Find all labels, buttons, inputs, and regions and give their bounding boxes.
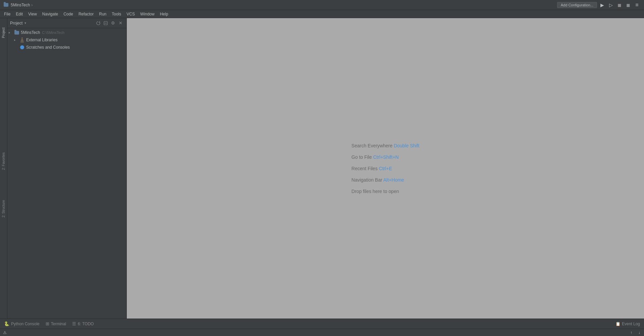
scratches-icon [19, 45, 25, 50]
stop-button[interactable]: ◼ [616, 1, 623, 9]
terminal-icon: ⊞ [46, 321, 49, 326]
event-log-button[interactable]: 📋 Event Log [613, 321, 643, 327]
vcs-up-icon[interactable]: ↑ [629, 330, 634, 335]
close-panel-icon[interactable]: ✕ [117, 20, 124, 27]
panel-header-icons: ⚙ ✕ [95, 20, 124, 27]
welcome-text-search: Search Everywhere [352, 143, 394, 148]
sidebar-tab-structure-label: 2: Structure [2, 200, 5, 218]
welcome-navigation-bar: Navigation Bar Alt+Home [352, 177, 404, 183]
tree-arrow-libraries: ▸ [14, 38, 19, 42]
status-bar-right: ↑ ↓ [629, 330, 642, 335]
shortcut-ctrl-shift-n: Ctrl+Shift+N [373, 154, 398, 160]
welcome-text-recent: Recent Files [352, 166, 379, 171]
shortcut-double-shift: Double Shift [394, 143, 419, 148]
menu-items: FileEditViewNavigateCodeRefactorRunTools… [1, 10, 171, 18]
warning-icon[interactable]: ⚠ [2, 330, 7, 335]
tree-arrow-scratches: ▸ [14, 46, 19, 49]
panel-dropdown-arrow[interactable]: ▾ [24, 21, 26, 25]
sidebar-tab-project-label: Project [2, 28, 5, 38]
left-sidebar-tabs: Project 2: Favorites 2: Structure [0, 18, 7, 319]
tree-item-5minstech[interactable]: ▸ 5MinsTech C:\5MinsTech [7, 29, 126, 36]
python-console-icon: 🐍 [4, 321, 9, 326]
app-icon [3, 2, 9, 8]
bottom-tab-todo[interactable]: ☰ 6: TODO [69, 319, 97, 329]
project-folder-icon [14, 30, 19, 35]
welcome-text-goto: Go to File [352, 154, 373, 160]
menu-bar: FileEditViewNavigateCodeRefactorRunTools… [0, 10, 644, 18]
terminal-label: Terminal [51, 322, 66, 326]
project-panel-header: Project ▾ ⚙ ✕ [7, 18, 126, 28]
sidebar-tab-favorites[interactable]: 2: Favorites [0, 148, 7, 175]
menu-item-vcs[interactable]: VCS [124, 10, 138, 18]
bottom-bar-right: 📋 Event Log [613, 321, 643, 327]
breadcrumb-arrow: › [31, 3, 33, 7]
welcome-text-drop: Drop files here to open [352, 189, 399, 194]
tree-item-external-libraries[interactable]: ▸ External Libraries [7, 36, 126, 44]
shortcut-ctrl-e: Ctrl+E [379, 166, 392, 171]
python-console-label: Python Console [11, 322, 40, 326]
title-bar-controls: Add Configuration... ▶ ▷ ◼ ◼ ≡ [557, 1, 641, 9]
menu-item-refactor[interactable]: Refactor [76, 10, 96, 18]
menu-item-view[interactable]: View [25, 10, 40, 18]
vcs-down-icon[interactable]: ↓ [637, 330, 642, 335]
add-configuration-button[interactable]: Add Configuration... [557, 2, 597, 8]
sync-icon[interactable] [95, 20, 102, 27]
run-with-coverage-button[interactable]: ▷ [607, 1, 614, 9]
welcome-content: Search Everywhere Double Shift Go to Fil… [352, 143, 419, 194]
main-area: Project 2: Favorites 2: Structure Projec… [0, 18, 644, 319]
todo-icon: ☰ [72, 321, 76, 326]
editor-area: Search Everywhere Double Shift Go to Fil… [127, 18, 644, 319]
event-log-label: Event Log [622, 322, 640, 326]
todo-label: 6: TODO [78, 322, 94, 326]
bottom-tab-terminal[interactable]: ⊞ Terminal [43, 319, 69, 329]
welcome-text-navbar: Navigation Bar [352, 177, 383, 183]
sidebar-tab-project[interactable]: Project [0, 19, 7, 46]
menu-item-help[interactable]: Help [157, 10, 171, 18]
libraries-icon [19, 37, 25, 43]
collapse-all-icon[interactable] [102, 20, 109, 27]
event-log-icon: 📋 [615, 322, 621, 326]
tree-sublabel-5minstech: C:\5MinsTech [42, 31, 64, 35]
sidebar-tab-favorites-label: 2: Favorites [2, 152, 5, 170]
sidebar-tab-structure[interactable]: 2: Structure [0, 195, 7, 222]
gear-icon[interactable]: ⚙ [110, 20, 116, 27]
build-button[interactable]: ◼ [625, 1, 632, 9]
menu-item-code[interactable]: Code [61, 10, 76, 18]
menu-item-tools[interactable]: Tools [109, 10, 124, 18]
menu-item-file[interactable]: File [1, 10, 13, 18]
project-panel: Project ▾ ⚙ ✕ [7, 18, 127, 319]
tree-label-5minstech: 5MinsTech [21, 30, 40, 35]
shortcut-alt-home: Alt+Home [383, 177, 404, 183]
menu-item-window[interactable]: Window [138, 10, 157, 18]
tree-label-scratches: Scratches and Consoles [26, 45, 70, 50]
tree-label-external-libraries: External Libraries [26, 38, 57, 42]
status-bar-left: ⚠ [2, 330, 7, 335]
welcome-go-to-file: Go to File Ctrl+Shift+N [352, 154, 399, 160]
bottom-bar: 🐍 Python Console ⊞ Terminal ☰ 6: TODO 📋 … [0, 319, 644, 329]
status-bar: ⚠ ↑ ↓ [0, 329, 644, 336]
more-actions-button[interactable]: ≡ [633, 1, 641, 9]
project-tree: ▸ 5MinsTech C:\5MinsTech ▸ External Libr… [7, 28, 126, 319]
welcome-recent-files: Recent Files Ctrl+E [352, 166, 392, 171]
tree-item-scratches[interactable]: ▸ Scratches and Consoles [7, 44, 126, 51]
panel-title: Project [10, 21, 22, 26]
menu-item-run[interactable]: Run [96, 10, 109, 18]
tree-arrow-5minstech: ▸ [9, 31, 14, 34]
run-button[interactable]: ▶ [598, 1, 606, 9]
welcome-drop-files: Drop files here to open [352, 189, 399, 194]
welcome-search-everywhere: Search Everywhere Double Shift [352, 143, 419, 148]
bottom-tab-python-console[interactable]: 🐍 Python Console [1, 319, 42, 329]
menu-item-navigate[interactable]: Navigate [40, 10, 61, 18]
menu-item-edit[interactable]: Edit [13, 10, 25, 18]
window-title: 5MinsTech [11, 3, 30, 7]
title-bar: 5MinsTech › Add Configuration... ▶ ▷ ◼ ◼… [0, 0, 644, 10]
